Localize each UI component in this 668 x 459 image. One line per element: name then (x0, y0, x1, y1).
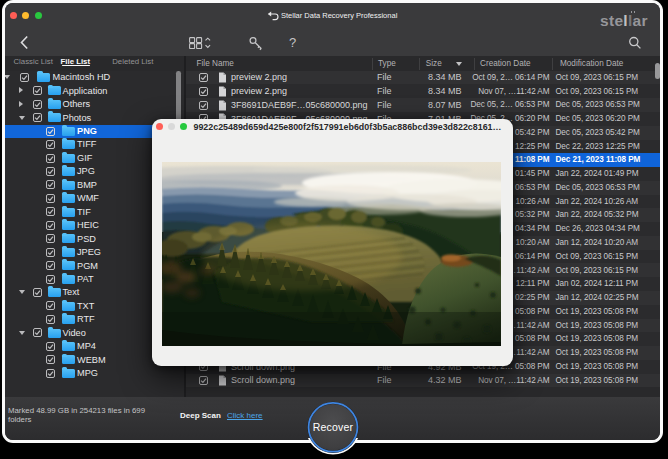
svg-text:Recover: Recover (313, 421, 354, 433)
